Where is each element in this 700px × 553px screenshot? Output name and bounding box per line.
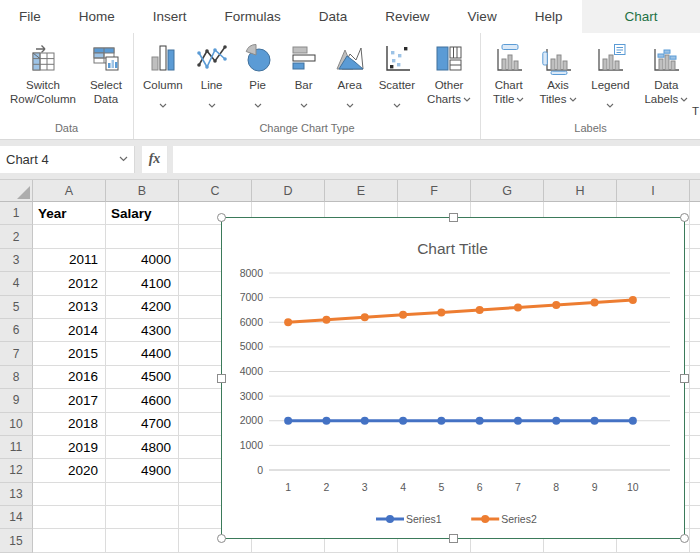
row-header-3[interactable]: 3 [0,249,33,272]
column-header-D[interactable]: D [252,180,325,202]
column-header-I[interactable]: I [617,180,690,202]
column-header-B[interactable]: B [106,180,179,202]
chart-resize-handle[interactable] [449,534,458,543]
row-header-7[interactable]: 7 [0,342,33,365]
data-labels-button[interactable]: DataLabels [641,38,691,107]
cell-partial[interactable] [690,342,700,365]
select-data-button[interactable]: SelectData [86,38,126,107]
menu-tab-file[interactable]: File [0,0,60,33]
name-box[interactable]: Chart 4 [0,146,113,173]
menu-tab-chart[interactable]: Chart [582,0,700,33]
cell-A11[interactable]: 2019 [33,436,106,459]
cell-A9[interactable]: 2017 [33,389,106,412]
switch-row-column-button[interactable]: SwitchRow/Column [7,38,79,107]
chart-title[interactable]: Chart Title [417,240,488,257]
row-header-14[interactable]: 14 [0,506,33,529]
row-header-9[interactable]: 9 [0,389,33,412]
cell-B12[interactable]: 4900 [106,459,179,482]
row-header-15[interactable]: 15 [0,529,33,552]
axis-titles-button[interactable]: AxisTitles [536,38,579,107]
cell-B11[interactable]: 4800 [106,436,179,459]
chart-resize-handle[interactable] [680,213,689,222]
chart-resize-handle[interactable] [217,374,226,383]
cell-B7[interactable]: 4400 [106,342,179,365]
row-header-13[interactable]: 13 [0,483,33,506]
cell-partial[interactable] [690,389,700,412]
other-charts-button[interactable]: OtherCharts [424,38,474,107]
menu-tab-help[interactable]: Help [516,0,582,33]
cell-B14[interactable] [106,506,179,529]
name-box-dropdown[interactable] [113,146,135,173]
cell-B13[interactable] [106,483,179,506]
cell-A13[interactable] [33,483,106,506]
column-header-F[interactable]: F [398,180,471,202]
area-chart-button[interactable]: Area [330,38,370,102]
select-all-corner[interactable] [0,180,33,202]
cell-A4[interactable]: 2012 [33,272,106,295]
cell-partial[interactable] [690,225,700,248]
column-header-E[interactable]: E [325,180,398,202]
chart-resize-handle[interactable] [449,213,458,222]
cell-A6[interactable]: 2014 [33,319,106,342]
embedded-chart[interactable]: Chart Title01000200030004000500060007000… [221,217,685,539]
column-header-A[interactable]: A [33,180,106,202]
line-chart-button[interactable]: Line [192,38,232,102]
pie-chart-button[interactable]: Pie [238,38,278,102]
cell-B6[interactable]: 4300 [106,319,179,342]
cell-partial[interactable] [690,272,700,295]
cell-partial[interactable] [690,506,700,529]
menu-tab-insert[interactable]: Insert [134,0,206,33]
row-header-8[interactable]: 8 [0,366,33,389]
row-header-5[interactable]: 5 [0,296,33,319]
cell-B1[interactable]: Salary [106,202,179,225]
formula-input[interactable] [173,146,700,173]
cell-A12[interactable]: 2020 [33,459,106,482]
scatter-chart-button[interactable]: Scatter [376,38,418,102]
bar-chart-button[interactable]: Bar [284,38,324,102]
insert-function-button[interactable]: fx [142,146,168,173]
cell-A15[interactable] [33,529,106,552]
cell-A5[interactable]: 2013 [33,296,106,319]
menu-tab-data[interactable]: Data [300,0,367,33]
cell-partial[interactable] [690,413,700,436]
chart-title-button[interactable]: ChartTitle [490,38,528,107]
cell-A2[interactable] [33,225,106,248]
cell-A3[interactable]: 2011 [33,249,106,272]
row-header-12[interactable]: 12 [0,459,33,482]
cell-B8[interactable]: 4500 [106,366,179,389]
cell-partial[interactable] [690,202,700,225]
ribbon-overflow-button[interactable]: T [692,105,699,117]
chart-resize-handle[interactable] [680,374,689,383]
chart-resize-handle[interactable] [680,534,689,543]
row-header-1[interactable]: 1 [0,202,33,225]
legend-button[interactable]: Legend [588,38,632,102]
cell-partial[interactable] [690,249,700,272]
menu-tab-review[interactable]: Review [366,0,448,33]
cell-partial[interactable] [690,483,700,506]
cell-B3[interactable]: 4000 [106,249,179,272]
cell-B9[interactable]: 4600 [106,389,179,412]
column-chart-button[interactable]: Column [140,38,186,102]
cell-A1[interactable]: Year [33,202,106,225]
column-header-C[interactable]: C [179,180,252,202]
cell-partial[interactable] [690,366,700,389]
cell-B2[interactable] [106,225,179,248]
column-header-partial[interactable] [690,180,700,202]
cell-A10[interactable]: 2018 [33,413,106,436]
row-header-11[interactable]: 11 [0,436,33,459]
cell-B10[interactable]: 4700 [106,413,179,436]
cell-B5[interactable]: 4200 [106,296,179,319]
menu-tab-formulas[interactable]: Formulas [206,0,300,33]
cell-partial[interactable] [690,436,700,459]
cell-B15[interactable] [106,529,179,552]
menu-tab-home[interactable]: Home [60,0,134,33]
row-header-2[interactable]: 2 [0,225,33,248]
chart-resize-handle[interactable] [217,534,226,543]
cell-A8[interactable]: 2016 [33,366,106,389]
cell-A14[interactable] [33,506,106,529]
row-header-6[interactable]: 6 [0,319,33,342]
menu-tab-view[interactable]: View [449,0,516,33]
cell-partial[interactable] [690,296,700,319]
column-header-G[interactable]: G [471,180,544,202]
chart-resize-handle[interactable] [217,213,226,222]
